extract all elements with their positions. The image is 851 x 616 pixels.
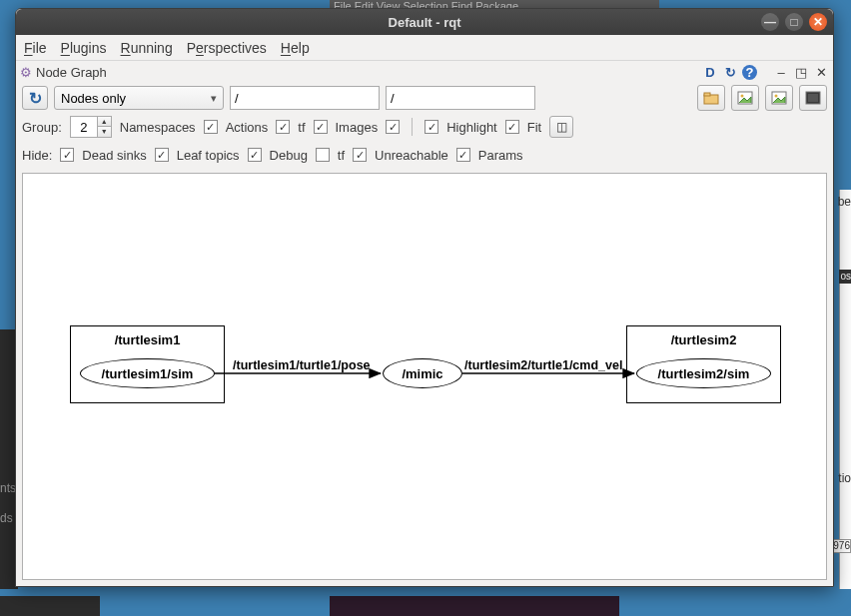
open-folder-button[interactable] [697,85,725,111]
tf-group-checkbox[interactable]: ✓ [314,120,328,134]
rqt-window: Default - rqt — □ ✕ File Plugins Running… [15,8,834,587]
group-depth-input[interactable] [71,120,97,135]
edge-label-pose: /turtlesim1/turtle1/pose [233,358,371,372]
edge-label-cmdvel: /turtlesim2/turtle1/cmd_vel [464,358,622,372]
topic-filter-input[interactable] [386,86,535,110]
menu-running[interactable]: Running [121,40,173,56]
params-checkbox[interactable]: ✓ [456,148,470,162]
hide-label: Hide: [22,148,52,163]
save-dot-button[interactable] [765,85,793,111]
dead-sinks-checkbox[interactable]: ✓ [60,148,74,162]
namespaces-label: Namespaces [120,120,196,135]
graph-canvas[interactable]: /turtlesim1 /turtlesim1/sim /turtlesim2 … [22,173,827,580]
debug-label: Debug [270,148,308,163]
spinner-up[interactable]: ▲ [97,117,111,127]
unreachable-checkbox[interactable]: ✓ [353,148,367,162]
options-button[interactable]: ◫ [549,116,573,138]
refresh-button[interactable]: ↻ [22,86,48,110]
spinner-down[interactable]: ▼ [97,127,111,137]
leaf-topics-label: Leaf topics [177,148,240,163]
bg-bottom-mid [330,596,619,616]
screen-icon [805,91,821,105]
fit-view-button[interactable] [799,85,827,111]
tf-group-label: tf [298,120,305,135]
window-title: Default - rqt [389,15,461,30]
bg-frag: tio [838,471,851,485]
plugin-header: ⚙ Node Graph D ↻ ? – ◳ ✕ [16,61,833,83]
fit-label: Fit [527,120,541,135]
plugin-close-button[interactable]: ✕ [813,64,829,80]
node-filter-input[interactable] [230,86,380,110]
toolbar-main: ↻ Nodes only [16,83,833,113]
bg-bottom-left [0,596,100,616]
toolbar-hide: Hide: ✓ Dead sinks ✓ Leaf topics ✓ Debug… [16,141,833,169]
group-depth-spinner[interactable]: ▲▼ [70,116,112,138]
svg-rect-7 [808,94,818,102]
tf-hide-checkbox[interactable] [316,148,330,162]
plugin-reload-button[interactable]: ↻ [722,64,738,80]
window-close-button[interactable]: ✕ [809,13,827,31]
namespace-title: /turtlesim2 [627,326,780,349]
graph-mode-select[interactable]: Nodes only [54,86,224,110]
actions-label: Actions [226,120,269,135]
bg-right-panel [839,190,851,589]
svg-rect-1 [704,93,710,96]
refresh-icon: ↻ [29,89,42,108]
node-mimic[interactable]: /mimic [383,358,462,388]
folder-icon [703,91,719,105]
leaf-topics-checkbox[interactable]: ✓ [155,148,169,162]
bg-frag: 976 [831,539,851,553]
images-label: Images [336,120,379,135]
plugin-minimize-button[interactable]: – [773,64,789,80]
node-turtlesim1-sim[interactable]: /turtlesim1/sim [80,358,215,388]
namespaces-checkbox[interactable]: ✓ [204,120,218,134]
plugin-help-button[interactable]: ? [742,65,757,80]
toolbar-group: Group: ▲▼ Namespaces ✓ Actions ✓ tf ✓ Im… [16,113,833,141]
bg-frag: ds [0,511,13,525]
window-minimize-button[interactable]: — [761,13,779,31]
node-turtlesim2-sim[interactable]: /turtlesim2/sim [636,358,771,388]
highlight-label: Highlight [446,120,497,135]
images-checkbox[interactable]: ✓ [386,120,400,134]
separator [412,118,413,136]
highlight-checkbox[interactable]: ✓ [425,120,438,134]
menu-file[interactable]: File [24,40,47,56]
svg-point-3 [741,95,744,98]
dead-sinks-label: Dead sinks [82,148,146,163]
menu-help[interactable]: Help [281,40,310,56]
plugin-undock-button[interactable]: ◳ [793,64,809,80]
actions-checkbox[interactable]: ✓ [276,120,290,134]
image-icon [771,91,787,105]
svg-point-5 [775,95,778,98]
namespace-title: /turtlesim1 [71,326,224,349]
image-icon [737,91,753,105]
bg-frag: os [839,270,851,284]
titlebar[interactable]: Default - rqt — □ ✕ [16,9,833,35]
bg-frag: nts [0,481,16,495]
plugin-d-button[interactable]: D [702,64,718,80]
plugin-title: Node Graph [36,65,107,80]
menu-plugins[interactable]: Plugins [61,40,107,56]
unreachable-label: Unreachable [375,148,448,163]
save-image-button[interactable] [731,85,759,111]
bg-frag: be [838,195,851,209]
debug-checkbox[interactable]: ✓ [248,148,262,162]
tf-hide-label: tf [338,148,345,163]
group-label: Group: [22,120,62,135]
menubar: File Plugins Running Perspectives Help [16,35,833,61]
params-label: Params [478,148,523,163]
fit-checkbox[interactable]: ✓ [505,120,519,134]
menu-perspectives[interactable]: Perspectives [187,40,267,56]
node-graph-icon: ⚙ [20,65,32,80]
window-maximize-button[interactable]: □ [785,13,803,31]
